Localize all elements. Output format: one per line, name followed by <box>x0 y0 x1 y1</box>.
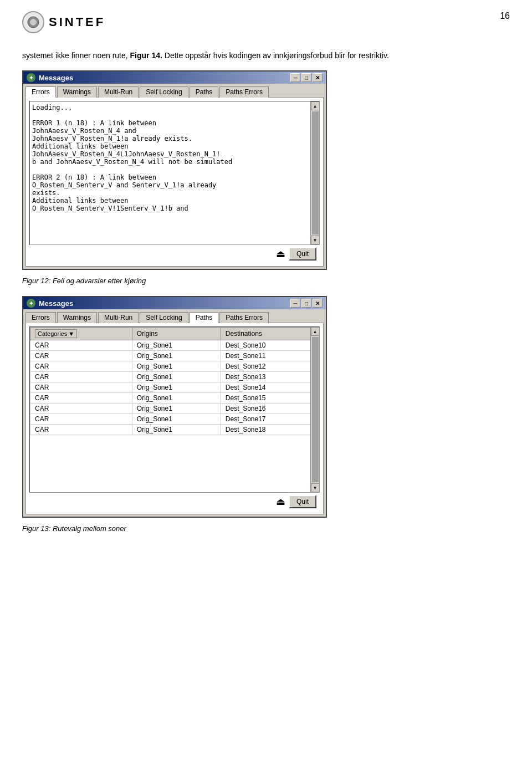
cell-category: CAR <box>30 382 132 393</box>
cell-destination: Dest_Sone10 <box>221 340 319 351</box>
close-btn-12[interactable]: ✕ <box>313 73 323 82</box>
cell-category: CAR <box>30 340 132 351</box>
table-scroll-thumb-13[interactable] <box>312 337 319 482</box>
caption-12: Figur 12: Feil og advarsler etter kjørin… <box>22 277 510 285</box>
tabs-bar-13: Errors Warnings Multi-Run Self Locking P… <box>23 309 326 323</box>
error-area-12: Loading... ERROR 1 (n 18) : A link betwe… <box>29 101 320 245</box>
logo-icon <box>22 11 44 33</box>
paths-table: Categories ▼ Origins Destinations CAROri… <box>30 327 319 435</box>
cell-origin: Orig_Sone1 <box>132 351 221 361</box>
cell-destination: Dest_Sone14 <box>221 382 319 393</box>
quit-btn-13[interactable]: Quit <box>289 495 316 508</box>
titlebar-icon-13: ✦ <box>27 299 35 308</box>
window-content-13: Categories ▼ Origins Destinations CAROri… <box>25 323 324 514</box>
tab-selflocking-13[interactable]: Self Locking <box>140 312 188 323</box>
table-row: CAROrig_Sone1Dest_Sone12 <box>30 361 319 372</box>
logo-text: SINTEF <box>49 15 105 29</box>
cell-origin: Orig_Sone1 <box>132 340 221 351</box>
scroll-up-12[interactable]: ▲ <box>311 101 320 110</box>
cell-category: CAR <box>30 361 132 372</box>
tab-warnings-12[interactable]: Warnings <box>57 86 97 98</box>
cell-category: CAR <box>30 372 132 382</box>
tab-multirun-13[interactable]: Multi-Run <box>98 312 139 323</box>
cell-destination: Dest_Sone15 <box>221 393 319 404</box>
table-scroll-up-13[interactable]: ▲ <box>311 327 320 336</box>
figure13-window: ✦ Messages ─ □ ✕ Errors Warnings Multi-R… <box>22 296 327 518</box>
table-row: CAROrig_Sone1Dest_Sone17 <box>30 414 319 425</box>
cell-category: CAR <box>30 404 132 414</box>
cell-origin: Orig_Sone1 <box>132 414 221 425</box>
page-number: 16 <box>500 11 510 21</box>
dropdown-arrow-icon: ▼ <box>68 330 74 337</box>
window-controls-12[interactable]: ─ □ ✕ <box>290 73 323 82</box>
scroll-down-12[interactable]: ▼ <box>311 236 320 244</box>
table-row: CAROrig_Sone1Dest_Sone16 <box>30 404 319 414</box>
cell-origin: Orig_Sone1 <box>132 393 221 404</box>
window-content-12: Loading... ERROR 1 (n 18) : A link betwe… <box>25 97 324 267</box>
error-scrollbar-12[interactable]: ▲ ▼ <box>310 101 319 244</box>
table-scrollbar-13[interactable]: ▲ ▼ <box>310 327 319 492</box>
cell-destination: Dest_Sone16 <box>221 404 319 414</box>
close-btn-13[interactable]: ✕ <box>313 299 323 308</box>
cell-category: CAR <box>30 425 132 435</box>
tabs-bar-12: Errors Warnings Multi-Run Self Locking P… <box>23 84 326 97</box>
tab-paths-13[interactable]: Paths <box>190 312 219 323</box>
table-row: CAROrig_Sone1Dest_Sone14 <box>30 382 319 393</box>
categories-dropdown-btn[interactable]: Categories ▼ <box>35 329 77 338</box>
cell-destination: Dest_Sone11 <box>221 351 319 361</box>
quit-icon-13: ⏏ <box>276 496 285 508</box>
cell-origin: Orig_Sone1 <box>132 372 221 382</box>
caption-13: Figur 13: Rutevalg mellom soner <box>22 524 510 533</box>
logo-area: SINTEF <box>22 11 510 33</box>
minimize-btn-12[interactable]: ─ <box>290 73 300 82</box>
scroll-thumb-12[interactable] <box>312 111 319 234</box>
maximize-btn-13[interactable]: □ <box>301 299 311 308</box>
error-text-12: Loading... ERROR 1 (n 18) : A link betwe… <box>32 104 317 212</box>
col-categories: Categories ▼ <box>30 328 132 340</box>
table-scroll-down-13[interactable]: ▼ <box>311 483 320 492</box>
minimize-btn-13[interactable]: ─ <box>290 299 300 308</box>
cell-category: CAR <box>30 351 132 361</box>
table-wrapper-13: Categories ▼ Origins Destinations CAROri… <box>29 326 320 493</box>
quit-btn-12[interactable]: Quit <box>289 247 316 261</box>
table-row: CAROrig_Sone1Dest_Sone15 <box>30 393 319 404</box>
tab-selflocking-12[interactable]: Self Locking <box>140 86 188 98</box>
cell-destination: Dest_Sone18 <box>221 425 319 435</box>
cell-category: CAR <box>30 414 132 425</box>
tab-paths-errors-13[interactable]: Paths Errors <box>219 312 269 323</box>
intro-paragraph: systemet ikke finner noen rute, Figur 14… <box>22 50 510 62</box>
col-destinations: Destinations <box>221 328 319 340</box>
tab-warnings-13[interactable]: Warnings <box>57 312 97 323</box>
tab-multirun-12[interactable]: Multi-Run <box>98 86 139 98</box>
table-row: CAROrig_Sone1Dest_Sone10 <box>30 340 319 351</box>
tab-errors-13[interactable]: Errors <box>25 312 56 323</box>
maximize-btn-12[interactable]: □ <box>301 73 311 82</box>
col-origins: Origins <box>132 328 221 340</box>
cell-origin: Orig_Sone1 <box>132 404 221 414</box>
window-title-13: Messages <box>39 299 73 308</box>
titlebar-icon-12: ✦ <box>27 73 35 82</box>
tab-paths-errors-12[interactable]: Paths Errors <box>219 86 269 98</box>
table-row: CAROrig_Sone1Dest_Sone18 <box>30 425 319 435</box>
cell-destination: Dest_Sone12 <box>221 361 319 372</box>
cell-destination: Dest_Sone13 <box>221 372 319 382</box>
cell-category: CAR <box>30 393 132 404</box>
tab-errors-12[interactable]: Errors <box>25 86 56 98</box>
table-row: CAROrig_Sone1Dest_Sone11 <box>30 351 319 361</box>
cell-origin: Orig_Sone1 <box>132 382 221 393</box>
window-title-12: Messages <box>39 74 73 82</box>
quit-row-12: ⏏ Quit <box>29 245 320 263</box>
cell-origin: Orig_Sone1 <box>132 425 221 435</box>
window-controls-13[interactable]: ─ □ ✕ <box>290 299 323 308</box>
titlebar-12: ✦ Messages ─ □ ✕ <box>23 72 326 84</box>
tab-paths-12[interactable]: Paths <box>190 86 219 98</box>
quit-row-13: ⏏ Quit <box>29 493 320 511</box>
titlebar-13: ✦ Messages ─ □ ✕ <box>23 297 326 309</box>
cell-origin: Orig_Sone1 <box>132 361 221 372</box>
table-row: CAROrig_Sone1Dest_Sone13 <box>30 372 319 382</box>
quit-icon-12: ⏏ <box>276 248 285 260</box>
figure12-window: ✦ Messages ─ □ ✕ Errors Warnings Multi-R… <box>22 70 327 270</box>
cell-destination: Dest_Sone17 <box>221 414 319 425</box>
